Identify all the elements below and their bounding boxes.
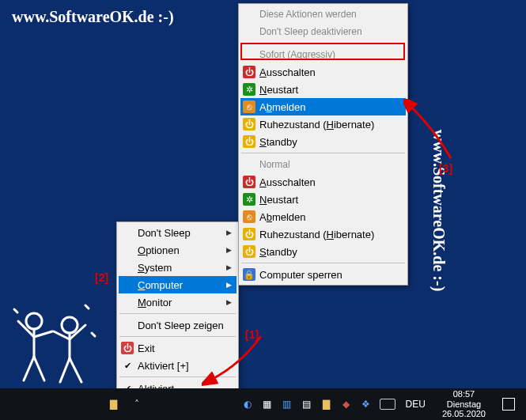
logoff-icon: ⎋ [243,100,255,113]
menu-label: Standby [259,136,297,148]
menu-label: Neustart [259,194,298,206]
keyboard-icon[interactable] [380,399,395,410]
power-icon: ⏻ [243,176,255,188]
submenu-standby-aggr[interactable]: ⏻ Standby [240,133,406,150]
submenu-header-aggressive: Sofort (Aggressiv) [240,46,406,63]
hibernate-icon: ⏻ [243,118,255,131]
submenu-hibernate[interactable]: ⏻ Ruhezustand (Hibernate) [240,225,406,243]
lock-icon: 🔒 [243,268,255,281]
menu-options[interactable]: Optionen [119,241,237,259]
svg-point-0 [26,313,42,329]
submenu-header-normal: Normal [240,156,406,173]
submenu-disabled-note: Don't Sleep deaktivieren [240,23,406,40]
menu-label: Don't Sleep [138,227,191,239]
submenu-restart[interactable]: ✲ Neustart [240,191,406,208]
annotation-1: [1] [245,328,259,341]
watermark-right: www.SoftwareOK.de :-) [430,129,448,291]
exit-icon: ⏻ [121,342,134,354]
standby-icon: ⏻ [243,245,255,258]
menu-label: Aktiviert [+] [138,360,189,372]
menu-label: Exit [138,342,155,354]
taskbar-left: ▇ ˄ [0,398,143,411]
svg-line-11 [70,358,81,382]
menu-label: C [138,279,145,291]
menu-show-dontsleep[interactable]: Don't Sleep zeigen [119,316,237,334]
menu-system[interactable]: System [119,259,237,276]
svg-line-4 [24,357,34,380]
submenu-restart-aggr[interactable]: ✲ Neustart [240,81,406,98]
power-icon: ⏻ [243,66,255,78]
taskbar-clock[interactable]: 08:57 Dienstag 26.05.2020 [436,389,492,419]
menu-label: Standby [259,246,297,258]
menu-label: Computer sperren [259,269,342,281]
menu-separator [241,153,405,153]
watermark-top: www.SoftwareOK.de :-) [12,8,174,26]
menu-label: S [138,262,145,274]
computer-submenu: Diese Aktionen werden Don't Sleep deakti… [238,3,408,286]
menu-separator [119,313,236,314]
clock-date: 26.05.2020 [442,409,486,419]
clock-day: Dienstag [442,399,486,410]
tray-app-icon[interactable]: ▤ [301,398,313,411]
taskbar-explorer-icon[interactable]: ▇ [107,398,119,411]
tray-context-menu: Don't Sleep Optionen System Computer Mon… [116,221,239,399]
menu-separator [241,263,405,263]
hibernate-icon: ⏻ [243,228,255,240]
submenu-standby[interactable]: ⏻ Standby [240,243,406,260]
menu-label-rest: ptionen [146,244,180,256]
annotation-3: [3] [439,162,452,175]
menu-label: Abmelden [259,101,306,113]
submenu-logoff[interactable]: ⎋ Abmelden [240,208,406,225]
menu-label: Neustart [259,84,298,96]
submenu-shutdown-aggr[interactable]: ⏻ Ausschalten [240,63,406,81]
menu-separator [241,43,405,44]
submenu-lock[interactable]: 🔒 Computer sperren [240,266,406,283]
menu-label-rest: onitor [146,297,172,308]
restart-icon: ✲ [243,83,255,96]
menu-label: Ausschalten [259,176,316,188]
svg-line-3 [34,331,52,337]
menu-monitor[interactable]: Monitor [119,293,237,311]
menu-label-rest: omputer [145,279,183,291]
annotation-2: [2] [95,271,108,284]
svg-point-6 [62,317,78,333]
menu-label: Abmelden [259,211,306,223]
menu-label: Ruhezustand (Hibernate) [259,119,374,131]
tray-app-icon[interactable]: ▇ [320,398,333,411]
menu-separator [119,336,236,337]
taskbar: ▇ ˄ ◐ ▦ ▥ ▤ ▇ ◆ ❖ DEU 08:57 Dienstag 26.… [0,388,526,420]
svg-line-12 [14,309,17,312]
language-indicator[interactable]: DEU [403,399,429,410]
tray-app-icon[interactable]: ▥ [281,398,293,411]
menu-label-rest: ystem [145,262,172,274]
menu-exit[interactable]: ⏻ Exit [119,339,237,357]
submenu-shutdown[interactable]: ⏻ Ausschalten [240,173,406,191]
restart-icon: ✲ [243,193,255,206]
menu-label: Ausschalten [259,66,316,78]
menu-label: Don't Sleep zeigen [138,320,224,331]
clock-time: 08:57 [442,389,486,399]
submenu-hibernate-aggr[interactable]: ⏻ Ruhezustand (Hibernate) [240,115,406,133]
menu-separator [119,376,236,377]
action-center-icon[interactable] [502,398,515,411]
system-tray: ◐ ▦ ▥ ▤ ▇ ◆ ❖ DEU 08:57 Dienstag 26.05.2… [241,389,526,419]
standby-icon: ⏻ [243,135,255,148]
svg-line-14 [92,333,95,336]
submenu-disabled-note: Diese Aktionen werden [240,6,406,23]
tray-app-icon[interactable]: ❖ [360,398,373,411]
stickfigure-art [6,293,101,388]
taskbar-chevron-up-icon[interactable]: ˄ [131,398,143,411]
menu-label: O [138,244,146,256]
svg-line-13 [85,305,89,308]
tray-app-icon[interactable]: ◆ [340,398,353,411]
menu-computer[interactable]: Computer [119,276,237,293]
svg-line-10 [60,358,70,382]
menu-dontsleep[interactable]: Don't Sleep [119,224,237,241]
tray-app-icon[interactable]: ◐ [241,398,254,411]
menu-activated-plus[interactable]: ✔ Aktiviert [+] [119,357,237,374]
tray-app-icon[interactable]: ▦ [261,398,274,411]
menu-label: M [138,297,146,308]
menu-label: Ruhezustand (Hibernate) [259,229,374,240]
submenu-logoff-aggr[interactable]: ⎋ Abmelden [240,98,406,115]
check-icon: ✔ [121,359,134,372]
